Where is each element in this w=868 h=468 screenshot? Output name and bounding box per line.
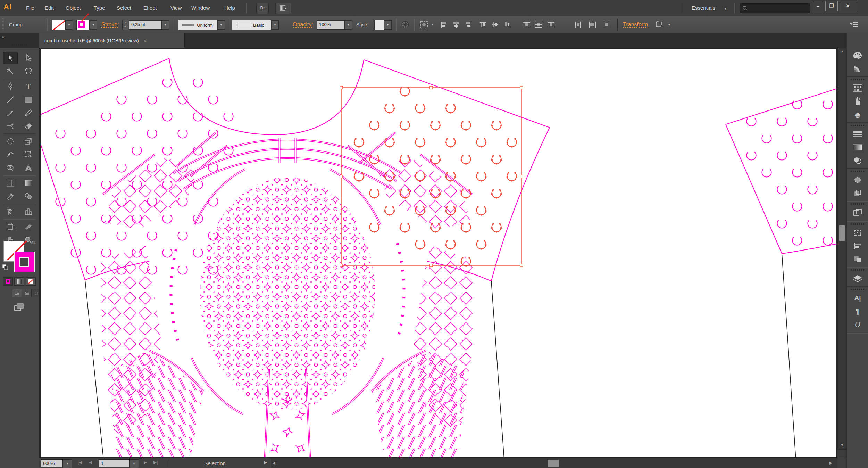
default-fill-stroke-icon[interactable] (2, 264, 8, 272)
draw-normal-button[interactable] (12, 289, 22, 297)
tool-rectangle[interactable] (21, 94, 36, 106)
align-top-button[interactable] (479, 20, 488, 29)
canvas-area[interactable] (39, 48, 837, 458)
close-button[interactable]: ✕ (839, 1, 857, 11)
menu-object[interactable]: Object (61, 0, 85, 16)
distribute-vcenter-button[interactable] (534, 20, 543, 29)
handle-bottom-left[interactable] (340, 264, 343, 267)
handle-bottom-right[interactable] (520, 264, 523, 267)
panel-transparency[interactable] (851, 155, 865, 166)
panel-align[interactable] (851, 240, 865, 252)
panel-appearance[interactable] (851, 174, 865, 186)
isolate-selection-button[interactable] (418, 20, 431, 29)
stroke-weight-value[interactable]: 0,25 pt (129, 20, 164, 30)
tool-perspective-grid[interactable] (21, 162, 36, 174)
tool-lasso[interactable] (21, 65, 36, 77)
control-panel-menu-button[interactable] (848, 20, 860, 29)
distribute-bottom-button[interactable] (546, 20, 556, 29)
tool-slice[interactable] (21, 221, 36, 233)
stroke-weight-stepper[interactable]: ▲▼ (122, 20, 128, 30)
artboard-number-field[interactable]: 1 (99, 459, 131, 467)
horizontal-scroll-thumb[interactable] (548, 460, 559, 467)
previous-artboard-button[interactable]: ◀ (89, 460, 92, 465)
tool-magic-wand[interactable] (3, 65, 18, 77)
tool-mesh[interactable] (3, 177, 18, 189)
zoom-level-field[interactable]: 600% (41, 459, 64, 467)
gradient-mode-button[interactable] (14, 277, 24, 286)
align-left-button[interactable] (440, 20, 449, 29)
tool-shape-builder[interactable] (3, 162, 18, 174)
panel-paragraph[interactable]: ¶ (851, 306, 865, 317)
tool-eyedropper[interactable] (3, 190, 18, 202)
panel-opentype[interactable]: O (851, 319, 865, 330)
minimize-button[interactable]: – (812, 1, 824, 11)
handle-mid-right[interactable] (520, 175, 523, 178)
style-swatch[interactable] (374, 20, 384, 30)
document-tab[interactable]: combo rosette.dxf* @ 600% (RGB/Preview) … (39, 33, 185, 48)
tool-width[interactable] (3, 149, 18, 161)
tool-rotate[interactable] (3, 136, 18, 147)
dock-grip-dots[interactable] (851, 125, 865, 126)
handle-top-right[interactable] (520, 86, 523, 89)
tool-line-segment[interactable] (3, 94, 18, 106)
width-profile-select[interactable]: Uniform (178, 20, 217, 30)
align-vcenter-button[interactable] (491, 20, 500, 29)
stroke-weight-dropdown[interactable]: ▼ (161, 20, 169, 30)
menu-type[interactable]: Type (89, 0, 110, 16)
scroll-left-icon[interactable]: ◀ (273, 461, 275, 465)
artwork-canvas[interactable] (39, 48, 837, 458)
tool-paintbrush[interactable] (3, 107, 18, 119)
panel-character[interactable]: A| (851, 293, 865, 304)
tool-direct-selection[interactable] (21, 52, 36, 64)
menu-help[interactable]: Help (219, 0, 240, 16)
dock-grip-dots[interactable] (851, 203, 865, 205)
panel-artboards[interactable] (851, 207, 865, 218)
restore-button[interactable]: ❐ (825, 1, 838, 11)
last-artboard-button[interactable]: ▶| (153, 460, 158, 465)
align-bottom-button[interactable] (503, 20, 512, 29)
screen-mode-button[interactable] (10, 302, 28, 313)
tool-selection[interactable] (3, 52, 18, 64)
toolbar-grip-dots[interactable] (12, 44, 28, 46)
menu-view[interactable]: View (166, 0, 186, 16)
search-box[interactable] (740, 3, 810, 13)
menu-effect[interactable]: Effect (139, 0, 161, 16)
menu-select[interactable]: Select (112, 0, 136, 16)
stroke-color-dropdown[interactable]: ▼ (90, 20, 97, 30)
opacity-value[interactable]: 100% (317, 20, 347, 30)
stroke-color-well[interactable] (76, 20, 90, 30)
workspace-switcher[interactable]: Essentials (687, 0, 720, 16)
zoom-dropdown[interactable]: ▼ (62, 459, 72, 468)
dock-grip-dots[interactable] (851, 223, 865, 225)
tool-free-transform[interactable] (21, 149, 36, 161)
tool-pen[interactable] (3, 81, 18, 92)
swap-fill-stroke-icon[interactable]: ⇆ (32, 240, 36, 245)
distribute-left-button[interactable] (574, 20, 583, 29)
align-to-selection-button[interactable] (654, 20, 666, 29)
transform-panel-link[interactable]: Transform (623, 17, 648, 28)
distribute-hcenter-button[interactable] (588, 20, 597, 29)
panel-brushes[interactable] (851, 96, 865, 107)
align-hcenter-button[interactable] (452, 20, 461, 29)
style-dropdown[interactable]: ▼ (384, 20, 392, 30)
tool-blend[interactable] (21, 190, 36, 202)
next-artboard-button[interactable]: ▶ (144, 460, 147, 465)
menu-edit[interactable]: Edit (40, 0, 59, 16)
opacity-panel-link[interactable]: Opacity: (293, 17, 313, 28)
tool-gradient[interactable] (21, 177, 36, 189)
recolor-artwork-button[interactable] (400, 20, 410, 29)
scroll-down-icon[interactable]: ▼ (838, 443, 846, 447)
tool-column-graph[interactable] (21, 206, 36, 217)
isolate-dropdown[interactable]: ▼ (431, 23, 434, 26)
artboard-dropdown[interactable]: ▼ (129, 459, 139, 468)
workspace-chevron-icon[interactable]: ▼ (724, 7, 727, 10)
arrange-documents-button[interactable] (275, 3, 291, 14)
align-to-dropdown[interactable]: ▼ (668, 23, 671, 26)
width-profile-dropdown[interactable]: ▼ (217, 20, 225, 30)
brush-definition-select[interactable]: Basic (232, 20, 271, 30)
dock-grip-dots[interactable] (851, 269, 865, 271)
dock-grip-dots[interactable] (851, 79, 865, 80)
align-right-button[interactable] (464, 20, 473, 29)
distribute-right-button[interactable] (602, 20, 611, 29)
panel-gradient[interactable] (851, 142, 865, 153)
